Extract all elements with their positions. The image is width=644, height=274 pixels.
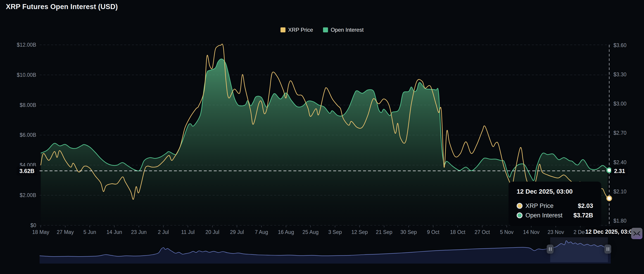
current-open-interest-badge: 3.62B bbox=[17, 166, 37, 176]
main-chart[interactable]: $12.00B$3.60$10.00B$3.30$8.00B$3.00$6.00… bbox=[0, 0, 644, 274]
xrp-price-dot-icon bbox=[517, 203, 522, 209]
left-axis-tick: $10.00B bbox=[17, 72, 36, 78]
left-axis-tick: $2.00B bbox=[20, 192, 36, 198]
x-axis-tick: 14 Nov bbox=[523, 229, 540, 235]
right-axis-tick: $3.00 bbox=[614, 101, 626, 107]
legend-label-open-interest: Open Interest bbox=[331, 27, 364, 33]
tooltip-label-xrp-price: XRP Price bbox=[526, 202, 554, 209]
navigator-right-handle[interactable] bbox=[604, 244, 611, 254]
tooltip-value-xrp-price: $2.03 bbox=[578, 202, 593, 209]
collapse-button[interactable] bbox=[631, 228, 642, 239]
tooltip: 12 Dec 2025, 03:00 XRP Price $2.03 Open … bbox=[508, 182, 601, 226]
x-axis-tick: 27 May bbox=[57, 229, 74, 235]
crosshair-date-badge: 12 Dec 2025, 03:00 bbox=[585, 226, 636, 237]
x-axis-tick: 7 Aug bbox=[255, 229, 268, 235]
collapse-icon bbox=[633, 230, 640, 236]
x-axis-tick: 25 Aug bbox=[302, 229, 319, 235]
legend-item-open-interest[interactable]: Open Interest bbox=[323, 27, 364, 33]
x-axis-tick: 9 Oct bbox=[427, 229, 440, 235]
x-axis-tick: 2 Jul bbox=[158, 229, 169, 235]
x-axis-tick: 5 Jun bbox=[84, 229, 96, 235]
x-axis-tick: 20 Jul bbox=[206, 229, 219, 235]
tooltip-date: 12 Dec 2025, 03:00 bbox=[517, 188, 593, 195]
legend-item-xrp-price[interactable]: XRP Price bbox=[280, 27, 313, 33]
page-title: XRP Futures Open Interest (USD) bbox=[6, 3, 118, 11]
navigator-chart bbox=[40, 237, 611, 263]
navigator-selection[interactable] bbox=[550, 237, 608, 262]
right-axis-tick: $2.70 bbox=[614, 130, 626, 136]
right-axis-tick: $1.80 bbox=[614, 218, 626, 224]
x-axis-tick: 16 Aug bbox=[278, 229, 294, 235]
tooltip-row-xrp-price: XRP Price $2.03 bbox=[517, 201, 593, 211]
x-axis-tick: 11 Jul bbox=[181, 229, 195, 235]
left-axis-tick: $8.00B bbox=[20, 102, 36, 108]
left-axis-tick: $6.00B bbox=[20, 132, 36, 138]
open-interest-marker bbox=[607, 168, 612, 173]
current-price-badge: 2.31 bbox=[611, 166, 628, 176]
right-axis-tick: $2.10 bbox=[614, 189, 626, 194]
x-axis-tick: 3 Sep bbox=[328, 229, 342, 235]
tooltip-value-open-interest: $3.72B bbox=[574, 212, 593, 219]
x-axis-tick: 23 Jun bbox=[131, 229, 146, 235]
left-axis-tick: $12.00B bbox=[17, 42, 36, 48]
tooltip-label-open-interest: Open Interest bbox=[526, 212, 562, 219]
trading-chart-page: { "header": { "title": "XRP Futures Open… bbox=[0, 0, 644, 274]
open-interest-swatch-icon bbox=[323, 28, 328, 32]
right-axis-tick: $2.40 bbox=[614, 159, 626, 165]
x-axis-tick: 29 Jul bbox=[230, 229, 244, 235]
legend-label-xrp-price: XRP Price bbox=[288, 27, 313, 33]
x-axis-tick: 14 Jun bbox=[106, 229, 122, 235]
right-axis-tick: $3.30 bbox=[614, 72, 626, 77]
navigator-left-handle[interactable] bbox=[547, 244, 554, 254]
x-axis-tick: 18 May bbox=[32, 229, 49, 235]
x-axis-tick: 30 Sep bbox=[400, 229, 417, 235]
left-axis-tick: $0 bbox=[30, 222, 36, 228]
x-axis-tick: 18 Oct bbox=[450, 229, 465, 235]
tooltip-row-open-interest: Open Interest $3.72B bbox=[517, 211, 593, 220]
x-axis-tick: 5 Nov bbox=[500, 229, 514, 235]
xrp-price-marker bbox=[607, 196, 612, 201]
x-axis-tick: 27 Oct bbox=[474, 229, 490, 235]
x-axis-tick: 21 Sep bbox=[376, 229, 392, 235]
legend: XRP Price Open Interest bbox=[0, 27, 644, 33]
open-interest-dot-icon bbox=[517, 212, 522, 218]
xrp-price-swatch-icon bbox=[280, 28, 286, 32]
x-axis-tick: 23 Nov bbox=[548, 229, 564, 235]
x-axis-tick: 12 Sep bbox=[351, 229, 368, 235]
right-axis-tick: $3.60 bbox=[614, 42, 626, 48]
